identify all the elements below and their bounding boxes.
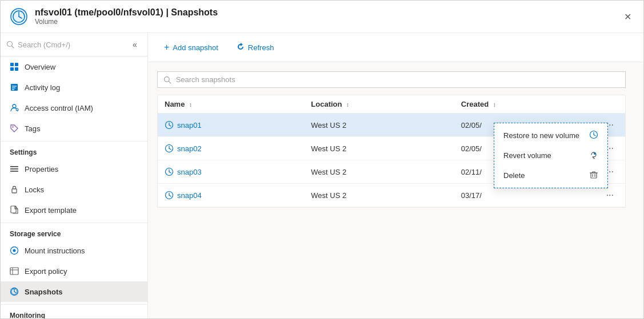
sidebar-search-input[interactable]	[18, 41, 125, 49]
svg-rect-7	[15, 63, 18, 66]
svg-point-18	[12, 126, 13, 127]
svg-line-45	[169, 172, 171, 173]
collapse-button[interactable]: «	[128, 38, 142, 51]
main-window: nfsvol01 (tme/pool0/nfsvol01) | Snapshot…	[0, 0, 644, 319]
svg-point-14	[13, 104, 16, 108]
sidebar-item-label: Activity log	[25, 83, 60, 92]
row-name: snap02	[177, 144, 202, 153]
sidebar: « Overview	[1, 33, 148, 318]
export-template-icon	[10, 205, 19, 215]
svg-point-52	[594, 152, 596, 155]
row-name-cell: snap02	[165, 144, 297, 153]
snapshots-search-icon	[163, 76, 171, 84]
close-button[interactable]: ✕	[621, 10, 634, 23]
svg-rect-22	[12, 189, 17, 193]
row-location: West US 2	[304, 184, 454, 207]
svg-rect-53	[591, 173, 597, 178]
sidebar-item-locks[interactable]: Locks	[1, 179, 147, 200]
sidebar-item-label: Export template	[25, 206, 77, 215]
delete-icon	[589, 170, 598, 181]
svg-rect-20	[10, 168, 18, 169]
sidebar-item-label: Access control (IAM)	[25, 104, 93, 112]
row-ellipsis-button[interactable]: ···	[602, 188, 618, 202]
context-menu-delete[interactable]: Delete	[494, 165, 607, 185]
restore-icon	[589, 130, 598, 141]
delete-label: Delete	[503, 171, 582, 180]
created-sort-icon: ↕	[493, 102, 496, 108]
svg-line-5	[12, 46, 14, 49]
row-name-cell: snap03	[165, 167, 297, 176]
row-name-cell: snap04	[165, 191, 297, 200]
svg-rect-28	[10, 268, 18, 274]
sidebar-item-activity-log[interactable]: Activity log	[1, 77, 147, 98]
sidebar-item-label: Mount instructions	[25, 247, 85, 255]
activity-log-icon	[10, 83, 19, 92]
revert-icon	[589, 150, 598, 161]
snapshots-search-container	[157, 71, 626, 88]
col-name[interactable]: Name ↕	[158, 95, 304, 114]
sidebar-item-iam[interactable]: Access control (IAM)	[1, 98, 147, 118]
snapshot-row-icon	[165, 191, 174, 200]
snapshots-icon	[10, 287, 19, 296]
location-sort-icon: ↕	[346, 102, 349, 108]
sidebar-item-label: Tags	[25, 124, 40, 133]
svg-point-27	[13, 249, 16, 252]
name-sort-icon: ↕	[189, 102, 192, 108]
section-settings: Settings	[1, 141, 147, 159]
refresh-button[interactable]: Refresh	[230, 39, 281, 56]
svg-rect-23	[11, 206, 16, 213]
page-subtitle: Volume	[35, 18, 218, 26]
add-snapshot-label: Add snapshot	[173, 43, 218, 52]
add-snapshot-button[interactable]: + Add snapshot	[157, 39, 225, 56]
sidebar-item-export-template[interactable]: Export template	[1, 200, 147, 220]
page-title: nfsvol01 (tme/pool0/nfsvol01) | Snapshot…	[35, 7, 218, 18]
restore-label: Restore to new volume	[503, 131, 582, 140]
col-location[interactable]: Location ↕	[304, 95, 454, 114]
window-icon	[10, 7, 28, 26]
col-actions	[595, 95, 625, 114]
section-storage: Storage service	[1, 223, 147, 240]
row-name-cell: snap01	[165, 120, 297, 130]
svg-rect-6	[10, 63, 14, 66]
content-area: + Add snapshot Refresh	[148, 33, 643, 318]
sidebar-item-tags[interactable]: Tags	[1, 118, 147, 139]
svg-rect-21	[10, 171, 18, 172]
sidebar-item-properties[interactable]: Properties	[1, 159, 147, 179]
context-menu-revert[interactable]: Revert volume	[494, 146, 607, 165]
svg-line-39	[169, 125, 171, 126]
toolbar: + Add snapshot Refresh	[148, 33, 643, 62]
refresh-icon	[237, 43, 245, 53]
svg-line-42	[169, 148, 171, 150]
sidebar-item-mount-instructions[interactable]: Mount instructions	[1, 240, 147, 261]
svg-line-36	[169, 81, 170, 83]
export-policy-icon	[10, 266, 19, 276]
svg-line-48	[169, 195, 171, 196]
context-menu-restore[interactable]: Restore to new volume	[494, 126, 607, 146]
sidebar-item-overview[interactable]: Overview	[1, 56, 147, 77]
sidebar-item-export-policy[interactable]: Export policy	[1, 261, 147, 281]
col-created[interactable]: Created ↕	[454, 95, 595, 114]
revert-label: Revert volume	[503, 151, 582, 160]
row-name: snap01	[177, 121, 202, 130]
svg-rect-8	[10, 67, 14, 71]
snapshots-search-input[interactable]	[176, 75, 619, 84]
snapshots-table: Name ↕ Location ↕ Created ↕	[157, 95, 626, 208]
context-menu: Restore to new volume Revert volume	[494, 123, 608, 188]
row-location: West US 2	[304, 160, 454, 184]
snapshot-row-icon	[165, 120, 174, 130]
snapshot-row-icon	[165, 144, 174, 153]
title-bar: nfsvol01 (tme/pool0/nfsvol01) | Snapshot…	[1, 1, 643, 33]
row-name: snap04	[177, 191, 202, 200]
svg-rect-19	[10, 166, 18, 167]
sidebar-item-snapshots[interactable]: Snapshots	[1, 281, 147, 302]
snapshot-row-icon	[165, 167, 174, 176]
row-location: West US 2	[304, 114, 454, 137]
sidebar-item-label: Overview	[25, 63, 55, 71]
sidebar-item-label: Properties	[25, 165, 58, 173]
row-location: West US 2	[304, 137, 454, 160]
row-name: snap03	[177, 168, 202, 176]
locks-icon	[10, 185, 19, 194]
sidebar-item-label: Snapshots	[25, 288, 62, 296]
iam-icon	[10, 103, 19, 112]
svg-line-34	[14, 292, 16, 293]
